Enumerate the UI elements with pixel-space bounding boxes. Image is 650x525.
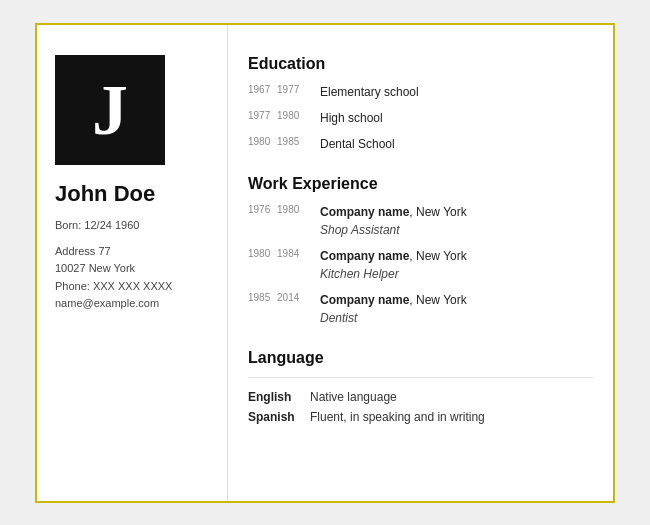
work-company-1: Company name <box>320 205 409 219</box>
resume-container: J John Doe Born: 12/24 1960 Address 77 1… <box>35 23 615 503</box>
address-line2: 10027 New York <box>55 260 209 278</box>
language-title: Language <box>248 349 593 367</box>
avatar-box: J <box>55 55 165 165</box>
work-text-2: Company name, New York Kitchen Helper <box>320 247 467 283</box>
work-years-2: 1980 1984 <box>248 247 320 259</box>
work-role-2: Kitchen Helper <box>320 265 467 283</box>
work-entry-1: 1976 1980 Company name, New York Shop As… <box>248 203 593 239</box>
lang-entry-english: English Native language <box>248 390 593 404</box>
work-section: Work Experience 1976 1980 Company name, … <box>248 175 593 327</box>
work-entry-2: 1980 1984 Company name, New York Kitchen… <box>248 247 593 283</box>
edu-years-2: 1977 1980 <box>248 109 320 121</box>
edu-entry-1: 1967 1977 Elementary school <box>248 83 593 101</box>
lang-level-english: Native language <box>310 390 397 404</box>
avatar-initial: J <box>92 74 128 146</box>
work-years-3: 1985 2014 <box>248 291 320 303</box>
language-divider <box>248 377 593 378</box>
edu-entry-2: 1977 1980 High school <box>248 109 593 127</box>
work-role-1: Shop Assistant <box>320 221 467 239</box>
person-born: Born: 12/24 1960 <box>55 219 209 231</box>
left-column: J John Doe Born: 12/24 1960 Address 77 1… <box>37 25 227 501</box>
work-years-1: 1976 1980 <box>248 203 320 215</box>
lang-level-spanish: Fluent, in speaking and in writing <box>310 410 485 424</box>
edu-text-1: Elementary school <box>320 83 419 101</box>
language-section: Language English Native language Spanish… <box>248 349 593 424</box>
person-name: John Doe <box>55 181 209 207</box>
work-title: Work Experience <box>248 175 593 193</box>
address-line4: name@example.com <box>55 295 209 313</box>
lang-entry-spanish: Spanish Fluent, in speaking and in writi… <box>248 410 593 424</box>
work-entry-3: 1985 2014 Company name, New York Dentist <box>248 291 593 327</box>
work-company-3: Company name <box>320 293 409 307</box>
right-column: Education 1967 1977 Elementary school 19… <box>227 25 613 501</box>
education-title: Education <box>248 55 593 73</box>
work-company-2: Company name <box>320 249 409 263</box>
education-section: Education 1967 1977 Elementary school 19… <box>248 55 593 153</box>
work-text-3: Company name, New York Dentist <box>320 291 467 327</box>
person-address: Address 77 10027 New York Phone: XXX XXX… <box>55 243 209 313</box>
lang-name-english: English <box>248 390 310 404</box>
edu-years-1: 1967 1977 <box>248 83 320 95</box>
work-text-1: Company name, New York Shop Assistant <box>320 203 467 239</box>
address-line3: Phone: XXX XXX XXXX <box>55 278 209 296</box>
lang-name-spanish: Spanish <box>248 410 310 424</box>
work-role-3: Dentist <box>320 309 467 327</box>
edu-text-3: Dental School <box>320 135 395 153</box>
edu-entry-3: 1980 1985 Dental School <box>248 135 593 153</box>
address-line1: Address 77 <box>55 243 209 261</box>
edu-years-3: 1980 1985 <box>248 135 320 147</box>
edu-text-2: High school <box>320 109 383 127</box>
